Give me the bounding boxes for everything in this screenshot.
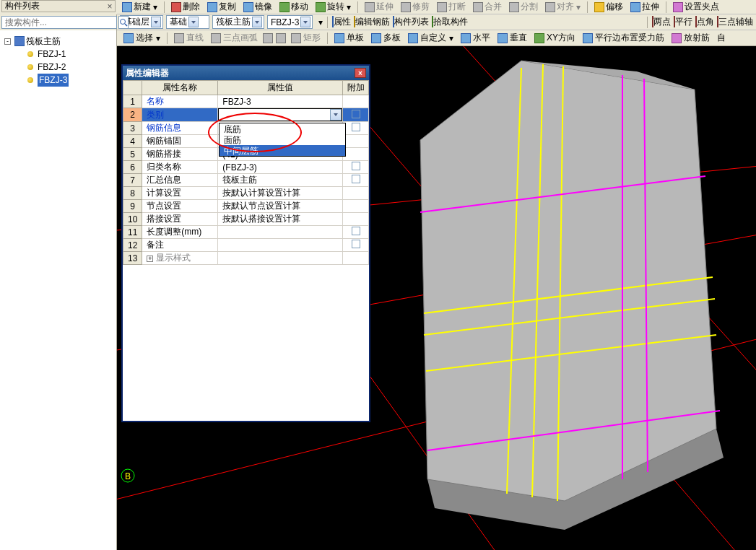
checkbox[interactable]	[352, 175, 360, 183]
dropdown-option[interactable]: 面筋	[220, 134, 345, 145]
new-button[interactable]: 新建▾	[120, 1, 160, 14]
property-extra[interactable]	[343, 213, 369, 226]
property-row[interactable]: 12备注	[123, 239, 369, 252]
dropdown-option[interactable]: 底筋	[220, 123, 345, 134]
properties-button[interactable]: 属性	[332, 16, 351, 28]
point-angle-button[interactable]: 点角	[695, 16, 714, 28]
multi-panel-button[interactable]: 多板	[369, 32, 403, 45]
property-value[interactable]: 按默认搭接设置计算	[218, 213, 343, 226]
dropdown-button[interactable]	[330, 109, 342, 121]
property-value[interactable]	[218, 226, 343, 239]
context-toolbar: 基础层 基础 筏板主筋 FBZJ-3 ▾ 属性 编辑钢筋 构件列表 拾取构件 两…	[117, 14, 756, 30]
property-grid[interactable]: 属性名称 属性值 附加 1名称FBZJ-32类别中间层筋3钢筋信息底筋4钢筋锚固…	[123, 80, 369, 265]
property-value[interactable]	[218, 252, 343, 265]
type-icon	[14, 36, 25, 46]
property-name: 钢筋信息	[142, 122, 218, 135]
property-extra[interactable]	[343, 239, 369, 252]
property-extra[interactable]	[343, 252, 369, 265]
parallel-layout-button[interactable]: 平行边布置受力筋	[581, 32, 666, 45]
property-row[interactable]: 9节点设置按默认节点设置计算	[123, 200, 369, 213]
mirror-button[interactable]: 镜像	[241, 1, 274, 14]
tree-item[interactable]: FBZJ-1	[4, 48, 113, 61]
horizontal-button[interactable]: 水平	[459, 32, 492, 45]
select-button[interactable]: 选择▾	[121, 32, 162, 45]
property-extra[interactable]	[343, 174, 369, 187]
checkbox[interactable]	[352, 227, 360, 235]
item-combo[interactable]: FBZJ-3	[267, 15, 313, 29]
checkbox[interactable]	[352, 110, 360, 118]
property-row[interactable]: 7汇总信息筏板主筋	[123, 174, 369, 187]
vertical-button[interactable]: 垂直	[495, 32, 529, 45]
dialog-title: 属性编辑器	[126, 67, 169, 79]
merge-icon	[473, 2, 483, 12]
radial-button[interactable]: 放射筋	[669, 32, 712, 45]
property-extra[interactable]	[343, 161, 369, 174]
property-row[interactable]: 13显示样式	[123, 252, 369, 265]
close-icon[interactable]: ×	[105, 1, 115, 12]
property-value[interactable]: 按默认计算设置计算	[218, 187, 343, 200]
dropdown-option[interactable]: 中间层筋	[220, 145, 345, 156]
leaf-icon	[27, 48, 36, 61]
property-value[interactable]: (FBZJ-3)	[218, 161, 343, 174]
delete-button[interactable]: 删除	[169, 1, 202, 14]
xy-dir-button[interactable]: XY方向	[532, 32, 578, 45]
property-extra[interactable]	[343, 200, 369, 213]
leaf-icon	[27, 74, 36, 87]
property-value[interactable]: 按默认节点设置计算	[218, 200, 343, 213]
parallel-button[interactable]: 平行	[674, 16, 692, 28]
component-tree[interactable]: 筏板主筋 FBZJ-1FBZJ-2FBZJ-3	[0, 30, 116, 90]
split-button: 分割	[507, 1, 540, 14]
dialog-title-bar[interactable]: 属性编辑器 ×	[123, 66, 369, 80]
component-list-button[interactable]: 构件列表	[393, 16, 429, 28]
pick-component-button[interactable]: 拾取构件	[432, 16, 468, 28]
tree-item[interactable]: FBZJ-2	[4, 61, 113, 74]
search-button[interactable]	[118, 16, 129, 29]
category-combo[interactable]: 基础	[166, 15, 209, 29]
copy-button[interactable]: 复制	[205, 1, 238, 14]
tree-item[interactable]: FBZJ-3	[4, 74, 113, 87]
property-name: 长度调整(mm)	[142, 226, 218, 239]
property-row[interactable]: 10搭接设置按默认搭接设置计算	[123, 213, 369, 226]
vertical-icon	[498, 33, 508, 43]
stretch-icon	[630, 2, 640, 12]
auto-button[interactable]: 自	[715, 32, 728, 45]
custom-button[interactable]: 自定义▾	[406, 32, 456, 45]
checkbox[interactable]	[352, 240, 360, 248]
property-extra[interactable]	[343, 187, 369, 200]
move-button[interactable]: 移动	[277, 1, 310, 14]
property-extra[interactable]	[343, 108, 369, 122]
property-extra[interactable]	[343, 226, 369, 239]
copy-icon	[207, 2, 217, 12]
search-input[interactable]	[1, 16, 117, 29]
collapse-icon[interactable]	[4, 38, 11, 45]
type-combo[interactable]: 筏板主筋	[212, 15, 264, 29]
offset-button[interactable]: 偏移	[592, 1, 625, 14]
property-value[interactable]: FBZJ-3	[218, 95, 343, 108]
tree-root[interactable]: 筏板主筋	[4, 35, 113, 48]
two-point-button[interactable]: 两点	[652, 16, 671, 28]
close-button[interactable]: ×	[355, 68, 366, 78]
checkbox[interactable]	[352, 123, 360, 131]
stretch-button[interactable]: 拉伸	[628, 1, 661, 14]
property-extra[interactable]	[343, 148, 369, 161]
set-pivot-button[interactable]: 设置夹点	[671, 1, 721, 14]
edit-rebar-button[interactable]: 编辑钢筋	[354, 16, 390, 28]
three-point-auxaxis-button[interactable]: 三点辅轴	[717, 16, 753, 28]
property-row[interactable]: 2类别中间层筋	[123, 108, 369, 122]
property-row[interactable]: 1名称FBZJ-3	[123, 95, 369, 108]
merge-button: 合并	[471, 1, 504, 14]
property-value[interactable]: 中间层筋	[218, 108, 343, 122]
property-extra[interactable]	[343, 135, 369, 148]
property-row[interactable]: 8计算设置按默认计算设置计算	[123, 187, 369, 200]
category-dropdown[interactable]: 底筋面筋中间层筋	[219, 123, 346, 157]
property-value[interactable]: 筏板主筋	[218, 174, 343, 187]
property-extra[interactable]	[343, 95, 369, 108]
property-extra[interactable]	[343, 122, 369, 135]
checkbox[interactable]	[352, 162, 360, 170]
single-panel-button[interactable]: 单板	[332, 32, 366, 45]
property-row[interactable]: 6归类名称(FBZJ-3)	[123, 161, 369, 174]
property-row[interactable]: 11长度调整(mm)	[123, 226, 369, 239]
property-value[interactable]	[218, 239, 343, 252]
rotate-button[interactable]: 旋转▾	[313, 1, 353, 14]
expand-icon[interactable]	[147, 256, 153, 262]
